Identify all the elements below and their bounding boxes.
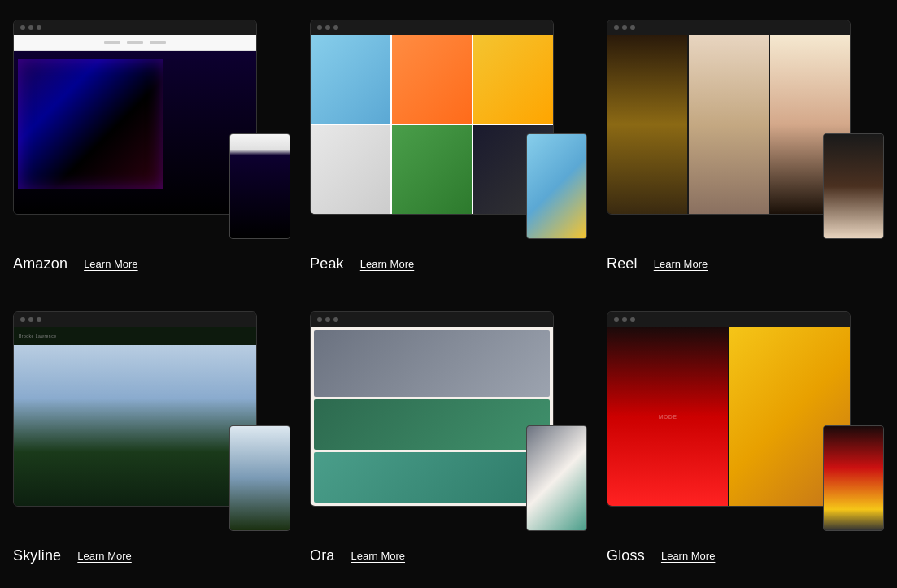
- learn-more-gloss[interactable]: Learn More: [661, 550, 715, 562]
- titlebar-skyline: [14, 312, 256, 327]
- card-ora: Ora Learn More: [310, 311, 587, 564]
- learn-more-amazon[interactable]: Learn More: [84, 258, 137, 270]
- peak-cell-3: [473, 35, 553, 124]
- preview-ora: [310, 311, 587, 531]
- tablet-mock-gloss: [823, 425, 884, 531]
- dot-1: [20, 317, 25, 322]
- ora-row-2: [314, 399, 550, 450]
- card-title-reel: Reel: [607, 255, 638, 272]
- titlebar-amazon: [14, 20, 256, 35]
- amazon-nav: [14, 35, 256, 51]
- tablet-screen-skyline: [230, 426, 290, 530]
- nav-bar-3: [150, 41, 166, 44]
- card-footer-skyline: Skyline Learn More: [13, 547, 290, 564]
- tablet-screen-amazon: [230, 134, 290, 238]
- nav-bar-1: [104, 41, 120, 44]
- gloss-left: MODE: [607, 327, 728, 506]
- dot-1: [20, 25, 25, 30]
- dot-2: [325, 317, 330, 322]
- preview-peak: [310, 20, 587, 239]
- titlebar-peak: [311, 20, 553, 35]
- dot-2: [622, 317, 627, 322]
- reel-cell-2: [689, 35, 769, 214]
- card-footer-peak: Peak Learn More: [310, 255, 587, 272]
- titlebar-ora: [311, 312, 553, 327]
- screen-reel: [607, 35, 850, 214]
- dot-3: [333, 317, 338, 322]
- peak-cell-2: [392, 35, 472, 124]
- card-gloss: MODE Gloss Learn More: [607, 311, 884, 564]
- ora-row-1: [314, 330, 550, 397]
- desktop-mock-gloss: MODE: [607, 311, 851, 507]
- dot-3: [333, 25, 338, 30]
- tablet-screen-gloss: [824, 426, 883, 530]
- preview-amazon: AMAZON: [13, 20, 290, 239]
- tablet-screen-reel: [824, 134, 883, 238]
- card-title-gloss: Gloss: [607, 547, 645, 564]
- card-amazon: AMAZON Amazon Learn More: [13, 20, 290, 272]
- card-footer-reel: Reel Learn More: [607, 255, 884, 272]
- preview-skyline: Brooke Lawrence: [13, 311, 290, 531]
- tablet-mock-amazon: [229, 133, 290, 239]
- screen-amazon: AMAZON: [14, 35, 256, 214]
- desktop-mock-peak: [310, 20, 554, 215]
- dot-1: [614, 317, 619, 322]
- tablet-screen-ora: [527, 426, 586, 530]
- reel-cell-1: [607, 35, 687, 214]
- screen-peak: [311, 35, 553, 214]
- dot-1: [614, 25, 619, 30]
- amazon-neon-area: [14, 51, 256, 214]
- learn-more-ora[interactable]: Learn More: [351, 550, 405, 562]
- card-title-amazon: Amazon: [13, 255, 67, 272]
- peak-cell-5: [392, 125, 472, 214]
- screen-ora: [311, 327, 553, 506]
- screen-skyline: Brooke Lawrence: [14, 327, 256, 506]
- card-peak: Peak Learn More: [310, 20, 587, 272]
- peak-cell-4: [311, 125, 390, 214]
- learn-more-reel[interactable]: Learn More: [654, 258, 708, 270]
- desktop-mock-reel: [607, 20, 851, 215]
- card-title-skyline: Skyline: [13, 547, 61, 564]
- titlebar-reel: [607, 20, 850, 35]
- dot-3: [37, 317, 41, 322]
- dot-3: [37, 25, 41, 30]
- desktop-mock-ora: [310, 311, 554, 507]
- titlebar-gloss: [607, 312, 850, 327]
- tablet-screen-peak: [527, 134, 586, 238]
- dot-2: [28, 25, 33, 30]
- preview-reel: [607, 20, 884, 239]
- screen-gloss: MODE: [607, 327, 850, 506]
- learn-more-skyline[interactable]: Learn More: [77, 550, 131, 562]
- dot-2: [28, 317, 33, 322]
- dot-2: [325, 25, 330, 30]
- tablet-mock-ora: [526, 425, 587, 531]
- dot-1: [317, 317, 322, 322]
- card-title-ora: Ora: [310, 547, 335, 564]
- card-footer-gloss: Gloss Learn More: [607, 547, 884, 564]
- card-reel: Reel Learn More: [607, 20, 884, 272]
- learn-more-peak[interactable]: Learn More: [360, 258, 414, 270]
- dot-3: [630, 317, 635, 322]
- template-grid: AMAZON Amazon Learn More: [0, 0, 897, 588]
- card-footer-amazon: Amazon Learn More: [13, 255, 290, 272]
- peak-cell-1: [311, 35, 390, 124]
- tablet-mock-skyline: [229, 425, 290, 531]
- preview-gloss: MODE: [607, 311, 884, 531]
- ora-row-3: [314, 452, 550, 503]
- card-footer-ora: Ora Learn More: [310, 547, 587, 564]
- desktop-mock-skyline: Brooke Lawrence: [13, 311, 257, 507]
- nav-bar-2: [127, 41, 143, 44]
- dot-2: [622, 25, 627, 30]
- tablet-mock-reel: [823, 133, 884, 239]
- tablet-mock-peak: [526, 133, 587, 239]
- dot-1: [317, 25, 322, 30]
- card-skyline: Brooke Lawrence Skyline Learn More: [13, 311, 290, 564]
- card-title-peak: Peak: [310, 255, 344, 272]
- dot-3: [630, 25, 635, 30]
- desktop-mock-amazon: AMAZON: [13, 20, 257, 215]
